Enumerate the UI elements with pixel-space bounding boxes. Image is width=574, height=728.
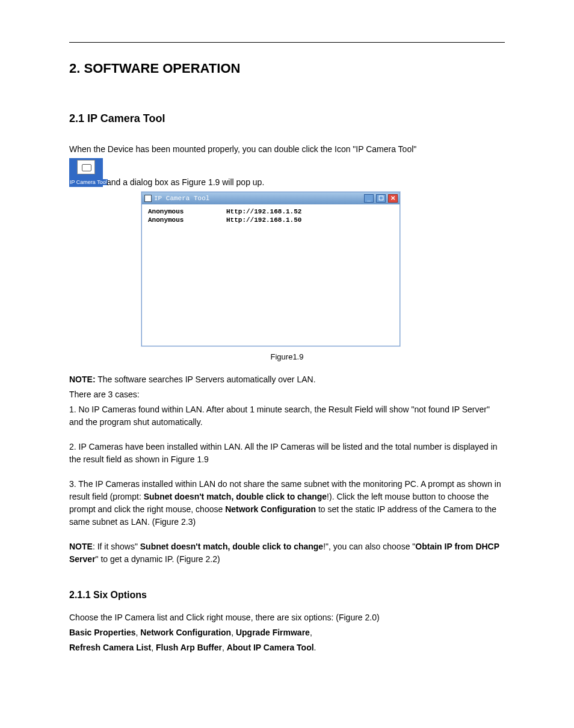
note2-a: NOTE (69, 542, 93, 551)
close-icon[interactable]: ✕ (388, 194, 398, 203)
note2-c: Subnet doesn't match, double click to ch… (140, 542, 323, 551)
case-2: 2. IP Cameras have been installed within… (69, 441, 505, 466)
camera-url: Http://192.168.1.52 (226, 208, 301, 216)
page-content: 2. SOFTWARE OPERATION 2.1 IP Camera Tool… (69, 42, 505, 654)
note1-text: The software searches IP Servers automat… (96, 375, 316, 384)
window-title: IP Camera Tool (154, 195, 362, 202)
case-1: 1. No IP Cameras found within LAN. After… (69, 403, 505, 429)
camera-name: Anonymous (148, 216, 190, 225)
note2-b: : If it shows" (93, 542, 140, 551)
subsection-heading: 2.1 IP Camera Tool (69, 112, 505, 125)
note-2: NOTE: If it shows" Subnet doesn't match,… (69, 540, 505, 566)
note2-d: !", you can also choose " (323, 542, 415, 551)
note2-f: " to get a dynamic IP. (Figure 2.2) (96, 554, 220, 564)
sep: . (314, 643, 316, 652)
window-app-icon (144, 195, 152, 202)
note-label: NOTE: (69, 375, 96, 384)
options-line-1: Basic Properties, Network Configuration,… (69, 626, 505, 639)
sep: , (231, 628, 236, 637)
camera-name: Anonymous (148, 208, 190, 216)
figure-caption: Figure1.9 (69, 352, 505, 361)
list-item[interactable]: Anonymous Http://192.168.1.52 (148, 208, 393, 216)
window-titlebar: IP Camera Tool _ ☐ ✕ (142, 192, 400, 204)
opt-flush-arp-buffer: Flush Arp Buffer (156, 643, 222, 652)
intro-text-after: and a dialog box as Figure 1.9 will pop … (106, 177, 264, 187)
opt-network-configuration: Network Configuration (140, 628, 231, 637)
icon-and-text-row: IP Camera Tool and a dialog box as Figur… (69, 158, 505, 187)
section-heading: 2. SOFTWARE OPERATION (69, 61, 505, 76)
sep: , (222, 643, 227, 652)
opt-about-ip-camera-tool: About IP Camera Tool (227, 643, 314, 652)
maximize-icon[interactable]: ☐ (376, 194, 386, 203)
list-item[interactable]: Anonymous Http://192.168.1.50 (148, 216, 393, 225)
dialog-figure: IP Camera Tool _ ☐ ✕ Anonymous Http://19… (141, 192, 505, 346)
camera-url: Http://192.168.1.50 (226, 216, 301, 225)
intro-paragraph: When the Device has been mounted properl… (69, 143, 505, 361)
intro-text-before: When the Device has been mounted properl… (69, 143, 505, 156)
ip-camera-tool-window: IP Camera Tool _ ☐ ✕ Anonymous Http://19… (141, 192, 400, 346)
six-options-intro: Choose the IP Camera list and Click righ… (69, 611, 505, 624)
camera-icon (77, 160, 95, 174)
sep: , (151, 643, 156, 652)
cases-intro: There are 3 cases: (69, 388, 505, 401)
opt-upgrade-firmware: Upgrade Firmware (236, 628, 310, 637)
window-body: Anonymous Http://192.168.1.52 Anonymous … (142, 204, 400, 346)
minimize-icon[interactable]: _ (364, 194, 374, 203)
sep: , (310, 628, 312, 637)
note1-line: NOTE: The software searches IP Servers a… (69, 373, 505, 386)
case3-d: Network Configuration (225, 504, 316, 514)
case3-b: Subnet doesn't match, double click to ch… (144, 492, 327, 501)
options-line-2: Refresh Camera List, Flush Arp Buffer, A… (69, 641, 505, 654)
ip-camera-tool-desktop-icon: IP Camera Tool (69, 158, 103, 187)
case-3: 3. The IP Cameras installed within LAN d… (69, 478, 505, 528)
header-divider (69, 42, 505, 43)
desktop-icon-label: IP Camera Tool (69, 179, 108, 185)
subsubsection-heading: 2.1.1 Six Options (69, 590, 505, 601)
opt-basic-properties: Basic Properties (69, 628, 136, 637)
opt-refresh-camera-list: Refresh Camera List (69, 643, 151, 652)
